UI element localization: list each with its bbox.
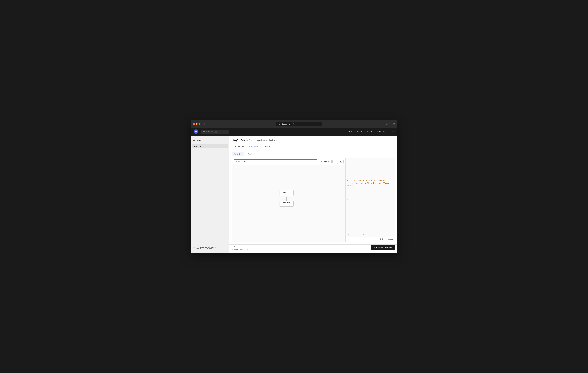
config-panel: : { ... { ... ... # solid is not present… — [346, 158, 395, 242]
close-button[interactable] — [193, 123, 195, 125]
nav-assets[interactable]: Assets — [357, 131, 363, 133]
config-hint: ⌃+Space to show auto-completions inline. — [346, 233, 395, 237]
op-selector-input[interactable] — [238, 161, 316, 163]
playground-content: New Run + Add... ✳ — [229, 149, 398, 244]
graph-canvas[interactable]: return_one add_two — [232, 165, 346, 242]
op-selector-icon: ✳ — [235, 161, 237, 163]
errors-only-row: Errors Only — [346, 237, 395, 242]
folder-icon: 📁 — [193, 246, 195, 249]
tabs-button[interactable]: ⧉ — [393, 122, 395, 125]
tab-overview[interactable]: Overview — [233, 144, 247, 149]
scaffold-icon: ↔ — [334, 161, 336, 163]
browser-actions: ⎙ ＋ ⧉ — [387, 122, 395, 125]
nav-items: Runs Assets Status Workspace ⚙ — [348, 130, 394, 133]
nav-workspace[interactable]: Workspace — [377, 131, 387, 133]
page-title: my_job — [233, 138, 245, 142]
shield-icon: 🔒 — [278, 123, 281, 125]
launch-execution-button[interactable]: ↗ Launch Execution — [371, 245, 395, 251]
jobs-icon: ⚙ — [193, 139, 195, 142]
op-selector-wrapper: ✳ — [234, 159, 317, 164]
plus-circle-icon: ⊕ — [320, 161, 322, 163]
run-tab-new-run[interactable]: New Run — [232, 152, 244, 156]
run-tab-add[interactable]: + Add... — [244, 152, 255, 156]
traffic-lights — [193, 123, 200, 125]
playground-main: ✳ ⊕ Add tags ↔ — [232, 158, 395, 242]
sidebar-repo-label: __repository_my_job — [197, 246, 214, 249]
nav-search[interactable]: 🔍 Search... / — [201, 130, 229, 134]
browser-controls: ⊞ ‹ › — [202, 122, 212, 126]
tab-playground[interactable]: Playground — [247, 144, 263, 149]
gear-icon[interactable]: ⚙ — [392, 130, 394, 133]
launch-external-link-icon: ↗ — [374, 247, 375, 249]
new-tab-button[interactable]: ＋ — [389, 122, 392, 125]
sidebar: ⚙ Jobs my_job 📁 __repository_my_job ↻ — [190, 136, 229, 253]
page-header: my_job ⚙ Job in __repository_my_job@pipe… — [229, 136, 398, 149]
nav-status[interactable]: Status — [367, 131, 373, 133]
page-title-meta: ⚙ Job in __repository_my_job@pipeline_ex… — [246, 139, 294, 141]
layout-icon: ⊟ — [340, 161, 342, 163]
sidebar-section-header: ⚙ Jobs — [190, 138, 229, 144]
maximize-button[interactable] — [199, 123, 200, 125]
main-content: ⚙ Jobs my_job 📁 __repository_my_job ↻ my — [190, 136, 398, 253]
tab-runs[interactable]: Runs — [263, 144, 273, 149]
forward-button[interactable]: › — [210, 122, 212, 126]
nothing-to-display: Nothing to display. — [232, 248, 395, 251]
layout-button[interactable]: ⊟ — [339, 160, 344, 164]
run-tabs-bar: New Run + Add... — [232, 152, 395, 156]
job-meta-link[interactable]: Job in __repository_my_job@pipeline_exec… — [249, 139, 291, 141]
back-button[interactable]: ‹ — [207, 122, 209, 126]
op-actions: ⊕ Add tags ↔ ⊟ — [319, 160, 344, 164]
search-shortcut: / — [215, 131, 217, 133]
page-tabs: Overview Playground Runs — [233, 144, 394, 149]
url-text: 127.0.0.1 — [282, 123, 290, 125]
page-title-row: my_job ⚙ Job in __repository_my_job@pipe… — [233, 138, 394, 142]
search-placeholder: Search... — [206, 131, 214, 133]
meta-external-link-icon: ↗ — [292, 139, 294, 141]
config-editor[interactable]: : { ... { ... ... # solid is not present… — [346, 158, 395, 233]
share-button[interactable]: ⎙ — [387, 122, 388, 125]
app-container: 🔍 Search... / Runs Assets Status Workspa… — [190, 128, 398, 253]
op-node-return-one-label: return_one — [282, 191, 291, 193]
reload-icon[interactable]: ↻ — [293, 123, 294, 125]
op-node-add-two-label: add_two — [283, 202, 290, 204]
sidebar-item-myjob[interactable]: my_job — [192, 144, 228, 148]
add-tags-button[interactable]: ⊕ Add tags — [319, 160, 332, 164]
sidebar-refresh-button[interactable]: ↻ — [215, 246, 217, 249]
op-node-add-two[interactable]: add_two — [280, 201, 294, 207]
graph-area: ✳ ⊕ Add tags ↔ — [232, 158, 346, 242]
job-meta-icon: ⚙ — [246, 139, 248, 141]
app-logo — [194, 129, 199, 134]
tab-grid-button[interactable]: ⊞ — [202, 122, 206, 126]
op-selector-row: ✳ ⊕ Add tags ↔ — [232, 158, 346, 165]
op-node-return-one[interactable]: return_one — [280, 190, 294, 196]
scaffold-config-button[interactable]: ↔ — [332, 160, 338, 164]
address-bar[interactable]: 🔒 127.0.0.1 ↻ — [276, 122, 322, 126]
nav-runs[interactable]: Runs — [348, 131, 353, 133]
page-content: my_job ⚙ Job in __repository_my_job@pipe… — [229, 136, 398, 253]
address-bar-wrapper: 🔒 127.0.0.1 ↻ — [214, 122, 385, 126]
top-nav: 🔍 Search... / Runs Assets Status Workspa… — [190, 128, 398, 136]
sidebar-section-label: Jobs — [196, 140, 201, 142]
search-icon: 🔍 — [203, 131, 205, 133]
sidebar-footer: 📁 __repository_my_job ↻ — [190, 245, 229, 251]
errors-only-checkbox[interactable] — [380, 238, 383, 241]
bottom-area: OPS Nothing to display. ↗ Launch Executi… — [229, 244, 398, 253]
ops-label: OPS — [232, 246, 395, 248]
browser-chrome: ⊞ ‹ › 🔒 127.0.0.1 ↻ ⎙ ＋ ⧉ — [190, 120, 398, 128]
errors-only-label: Errors Only — [384, 238, 393, 241]
minimize-button[interactable] — [196, 123, 198, 125]
